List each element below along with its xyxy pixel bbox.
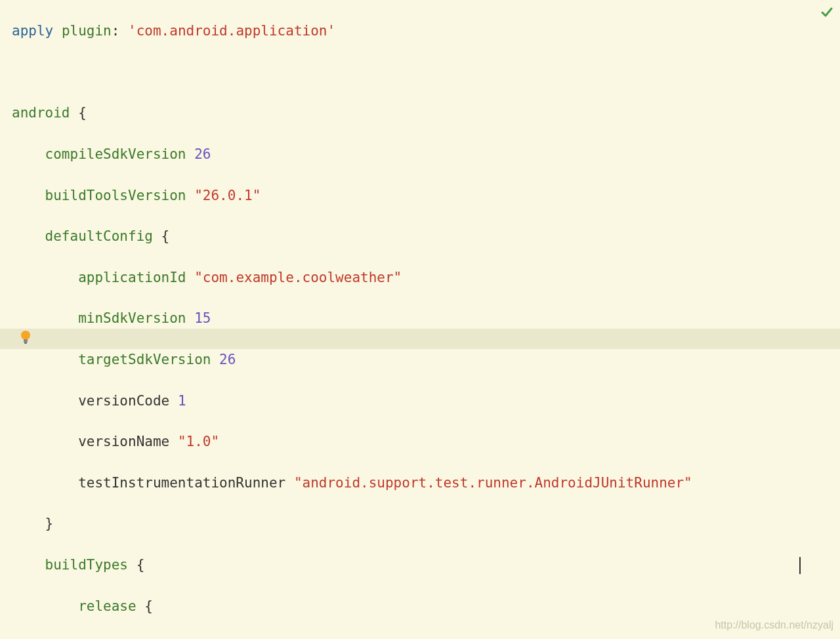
code-editor[interactable]: apply plugin: 'com.android.application' … (12, 1, 840, 639)
lightbulb-icon[interactable] (20, 330, 32, 346)
code-line: minSdkVersion 15 (12, 308, 840, 329)
watermark-text: http://blog.csdn.net/nzyalj (715, 615, 833, 635)
code-line: android { (12, 103, 840, 123)
code-line: buildTypes { (12, 555, 840, 575)
code-line: versionCode 1 (12, 391, 840, 411)
code-line: defaultConfig { (12, 226, 840, 247)
code-line: compileSdkVersion 26 (12, 144, 840, 165)
code-line: release { (12, 596, 840, 617)
code-line (12, 62, 840, 83)
code-line: apply plugin: 'com.android.application' (12, 21, 840, 41)
code-line: testInstrumentationRunner "android.suppo… (12, 473, 840, 493)
svg-point-0 (21, 331, 30, 340)
code-line: } (12, 514, 840, 534)
code-line: applicationId "com.example.coolweather" (12, 268, 840, 288)
svg-rect-1 (24, 339, 28, 342)
code-line: versionName "1.0" (12, 432, 840, 452)
code-line: targetSdkVersion 26 (12, 350, 840, 370)
svg-rect-2 (24, 342, 27, 344)
code-line: buildToolsVersion "26.0.1" (12, 186, 840, 206)
